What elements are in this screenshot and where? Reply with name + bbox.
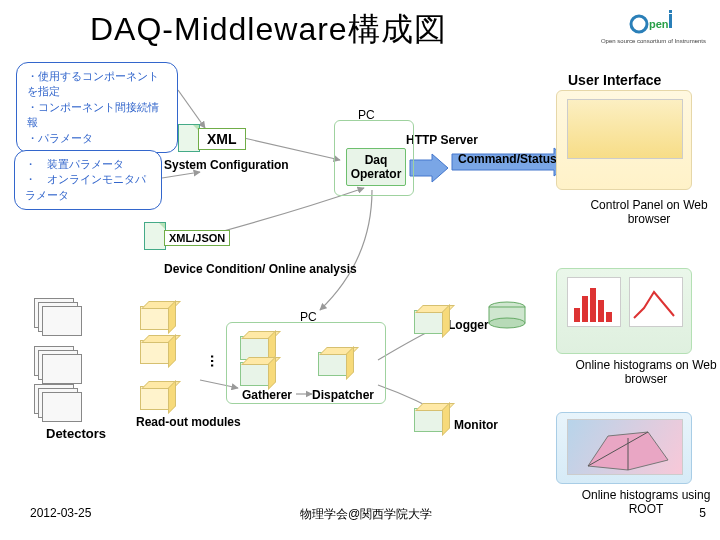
pc-box-top [334,120,414,196]
command-status-label: Command/Status [458,152,557,166]
svg-text:pen: pen [649,18,669,30]
readout-cube-3 [140,386,170,410]
svg-rect-9 [598,300,604,322]
xmljson-file-icon [144,222,166,250]
openit-logo-icon: pen [629,6,677,36]
svg-rect-4 [669,14,672,28]
hist-web-chart-1-icon [567,277,621,327]
online-histogram-root-label: Online histograms using ROOT [572,488,720,517]
callout-params: ・ 装置パラメータ ・ オンラインモニタパラメータ [14,150,162,210]
svg-marker-1 [410,154,448,182]
svg-rect-10 [606,312,612,322]
detectors-label: Detectors [46,426,106,441]
xml-label: XML [198,128,246,150]
monitor-label: Monitor [454,418,498,432]
readout-cube-1 [140,306,170,330]
monitor-cube [414,408,444,432]
svg-point-16 [489,318,525,328]
svg-point-2 [631,16,647,32]
xmljson-label: XML/JSON [164,230,230,246]
logo-tagline: Open source consortium of Instruments [601,38,706,44]
xml-file-icon [178,124,200,152]
svg-rect-7 [582,296,588,322]
page-title: DAQ-Middleware構成図 [90,8,447,52]
device-condition-label: Device Condition/ Online analysis [164,262,357,276]
gatherer-cube-2 [240,362,270,386]
logo: pen Open source consortium of Instrument… [601,6,706,44]
control-panel-label: Control Panel on Web browser [578,198,720,227]
ui-screenshot-icon [567,99,683,159]
disk-icon [486,300,528,330]
user-interface-label: User Interface [568,72,661,88]
readout-modules-label: Read-out modules [136,415,241,429]
root-3d-hist-icon [567,419,683,475]
system-configuration-label: System Configuration [164,158,289,172]
histogram-root-panel [556,412,692,484]
logger-cube [414,310,444,334]
callout-spec: ・使用するコンポーネントを指定 ・コンポーネント間接続情報 ・パラメータ [16,62,178,153]
ui-panel [556,90,692,190]
hist-web-chart-2-icon [629,277,683,327]
logger-label: Logger [448,318,489,332]
histogram-web-panel [556,268,692,354]
svg-rect-6 [574,308,580,322]
vertical-ellipsis: … [208,354,224,366]
footer-venue: 物理学会@関西学院大学 [300,506,432,523]
svg-rect-5 [669,10,672,13]
http-server-label: HTTP Server [406,134,478,147]
svg-rect-8 [590,288,596,322]
dispatcher-cube [318,352,348,376]
readout-cube-2 [140,340,170,364]
online-histogram-web-label: Online histograms on Web browser [572,358,720,387]
footer-date: 2012-03-25 [30,506,91,520]
page-number: 5 [699,506,706,520]
